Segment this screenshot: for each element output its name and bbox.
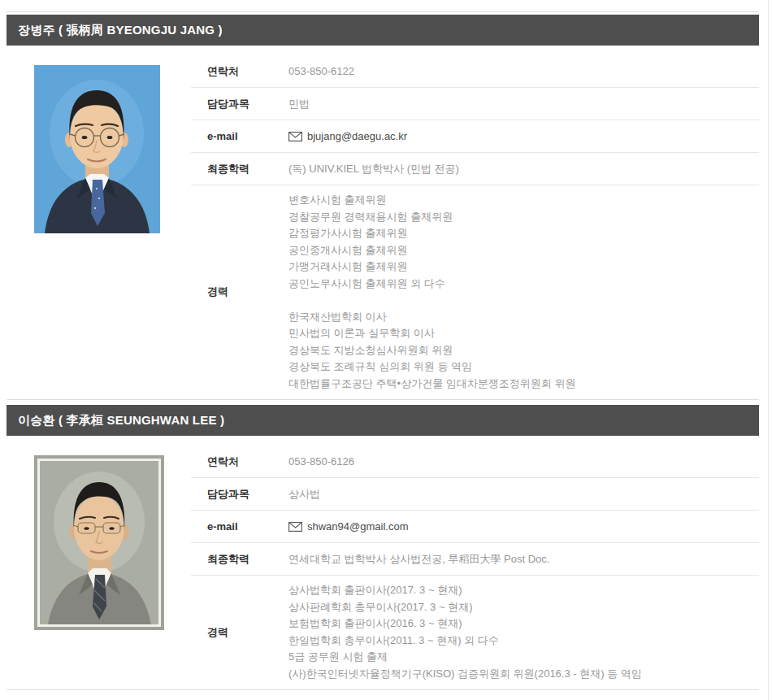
info-table: 연락처 053-850-6122 담당과목 민법 e-mail xyxy=(191,55,759,399)
profile-photo xyxy=(34,65,160,233)
profile-header-bar: 이승환 ( 李承桓 SEUNGHWAN LEE ) xyxy=(7,405,759,436)
professor-name: 이승환 ( 李承桓 SEUNGHWAN LEE ) xyxy=(18,413,224,428)
contact-value: 053-850-6126 xyxy=(288,455,354,467)
faculty-profile-page: 장병주 ( 張柄周 BYEONGJU JANG ) xyxy=(0,0,772,700)
professor-profile-jang: 장병주 ( 張柄周 BYEONGJU JANG ) xyxy=(7,15,759,400)
subject-label: 담당과목 xyxy=(191,487,288,502)
contact-label: 연락처 xyxy=(191,64,288,79)
profile-body: 연락처 053-850-6126 담당과목 상사법 e-mail xyxy=(7,446,759,690)
email-label: e-mail xyxy=(191,130,288,142)
contact-value: 053-850-6122 xyxy=(288,65,354,77)
envelope-icon xyxy=(288,522,302,532)
profile-body: 연락처 053-850-6122 담당과목 민법 e-mail xyxy=(7,55,759,400)
education-label: 최종학력 xyxy=(191,552,288,567)
contact-row: 연락처 053-850-6126 xyxy=(191,446,759,478)
info-table: 연락처 053-850-6126 담당과목 상사법 e-mail xyxy=(191,446,759,689)
career-row: 경력 상사법학회 출판이사(2017. 3 ~ 현재) 상사판례학회 총무이사(… xyxy=(191,576,759,689)
email-text: shwan94@gmail.com xyxy=(307,520,408,533)
career-label: 경력 xyxy=(191,285,288,299)
career-label: 경력 xyxy=(191,625,288,640)
contact-label: 연락처 xyxy=(191,454,288,469)
professor-profile-lee: 이승환 ( 李承桓 SEUNGHWAN LEE ) xyxy=(7,405,759,690)
career-list: 상사법학회 출판이사(2017. 3 ~ 현재) 상사판례학회 총무이사(201… xyxy=(288,582,642,682)
professor-name: 장병주 ( 張柄周 BYEONGJU JANG ) xyxy=(18,23,223,38)
envelope-icon xyxy=(288,132,302,141)
photo-column xyxy=(7,55,191,250)
page-right-border xyxy=(768,0,769,700)
education-row: 최종학력 (독) UNIV.KIEL 법학박사 (민법 전공) xyxy=(191,153,759,185)
career-list: 변호사시험 출제위원 경찰공무원 경력채용시험 출제위원 감정평가사시험 출제위… xyxy=(288,192,575,392)
education-label: 최종학력 xyxy=(191,162,288,176)
email-text: bjujang@daegu.ac.kr xyxy=(307,130,407,142)
subject-value: 상사법 xyxy=(288,487,320,502)
top-divider xyxy=(7,0,759,12)
email-link[interactable]: shwan94@gmail.com xyxy=(288,520,408,533)
profile-header-bar: 장병주 ( 張柄周 BYEONGJU JANG ) xyxy=(7,15,759,46)
contact-row: 연락처 053-850-6122 xyxy=(191,55,759,88)
subject-label: 담당과목 xyxy=(191,97,288,111)
email-label: e-mail xyxy=(191,520,288,533)
subject-row: 담당과목 민법 xyxy=(191,88,759,120)
subject-value: 민법 xyxy=(288,97,310,111)
page-content: 장병주 ( 張柄周 BYEONGJU JANG ) xyxy=(7,0,759,690)
photo-column xyxy=(7,446,191,646)
email-row: e-mail bjujang@daegu.ac.kr xyxy=(191,120,759,153)
subject-row: 담당과목 상사법 xyxy=(191,478,759,511)
career-row: 경력 변호사시험 출제위원 경찰공무원 경력채용시험 출제위원 감정평가사시험 … xyxy=(191,185,759,399)
education-value: (독) UNIV.KIEL 법학박사 (민법 전공) xyxy=(288,162,459,176)
profile-photo xyxy=(34,455,164,630)
education-row: 최종학력 연세대학교 법학박사 상사법전공, 早稻田大學 Post Doc. xyxy=(191,543,759,576)
email-row: e-mail shwan94@gmail.com xyxy=(191,511,759,543)
education-value: 연세대학교 법학박사 상사법전공, 早稻田大學 Post Doc. xyxy=(288,552,549,567)
email-link[interactable]: bjujang@daegu.ac.kr xyxy=(288,130,407,142)
